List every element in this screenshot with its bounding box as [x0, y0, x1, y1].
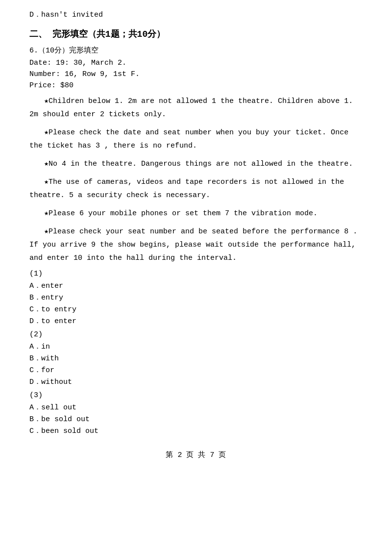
choice-item: D．to enter [29, 316, 363, 326]
section2-title: 二、 完形填空（共1题；共10分） [29, 28, 363, 40]
choice-group-3: (3)A．sell outB．be sold outC．been sold ou… [29, 391, 363, 435]
choice-group-2: (2)A．inB．withC．forD．without [29, 330, 363, 386]
passage-p3: ★No 4 in the theatre. Dangerous things a… [29, 157, 363, 171]
passage-p4: ★The use of cameras, videos and tape rec… [29, 176, 363, 202]
choice-item: D．without [29, 377, 363, 386]
passage-p6: ★Please check your seat number and be se… [29, 225, 363, 265]
passage-p2: ★Please check the date and seat number w… [29, 126, 363, 152]
choice-item: C．to entry [29, 304, 363, 314]
top-answer: D．hasn't invited [29, 10, 363, 19]
price-line: Price: $80 [29, 81, 363, 90]
choice-item: B．be sold out [29, 414, 363, 424]
choice-item: A．sell out [29, 403, 363, 412]
date-line: Date: 19: 30, March 2. [29, 59, 363, 67]
group-number-3: (3) [29, 391, 363, 400]
group-number-1: (1) [29, 270, 363, 278]
question6-header: 6.（10分）完形填空 [29, 46, 363, 55]
group-number-2: (2) [29, 330, 363, 339]
passage-p5: ★Please 6 your mobile phones or set them… [29, 207, 363, 220]
choice-item: B．entry [29, 293, 363, 302]
choice-item: A．in [29, 342, 363, 351]
choice-item: A．enter [29, 281, 363, 290]
choice-item: B．with [29, 353, 363, 363]
choice-item: C．for [29, 365, 363, 375]
passage-p1: ★Children below 1. 2m are not allowed 1 … [29, 95, 363, 121]
choice-item: C．been sold out [29, 426, 363, 435]
choice-group-1: (1)A．enterB．entryC．to entryD．to enter [29, 270, 363, 326]
number-line: Number: 16, Row 9, 1st F. [29, 70, 363, 78]
page-footer: 第 2 页 共 7 页 [29, 450, 363, 459]
